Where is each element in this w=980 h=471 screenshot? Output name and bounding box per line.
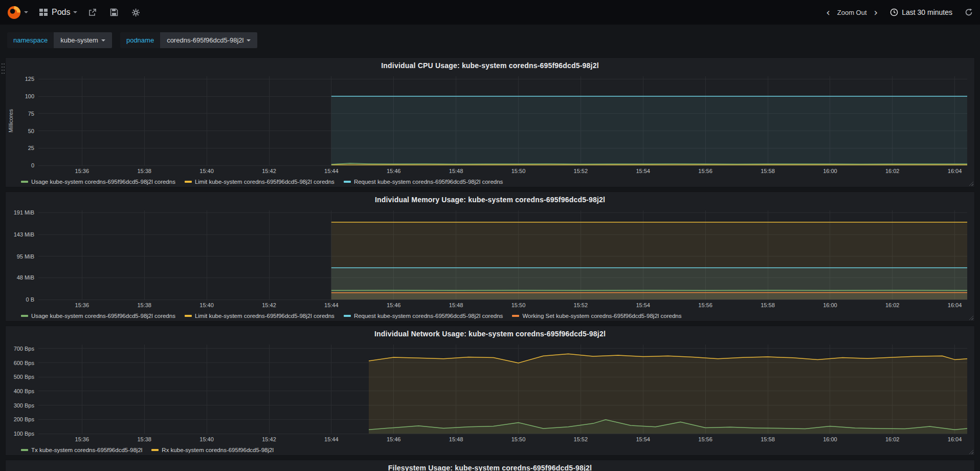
panel-memory-usage: Individual Memory Usage: kube-system cor…	[5, 191, 975, 322]
legend-item[interactable]: Request kube-system coredns-695f96dcd5-9…	[344, 179, 503, 185]
legend-item[interactable]: Rx kube-system coredns-695f96dcd5-98j2l	[151, 447, 274, 453]
panel-title[interactable]: Individual Memory Usage: kube-system cor…	[6, 192, 974, 206]
dashboard-body: Individual CPU Usage: kube-system coredn…	[0, 48, 980, 471]
row-drag-handle[interactable]	[1, 62, 5, 75]
legend-item[interactable]: Request kube-system coredns-695f96dcd5-9…	[344, 313, 503, 319]
x-tick-label: 15:40	[199, 168, 214, 174]
legend-item[interactable]: Limit kube-system coredns-695f96dcd5-98j…	[185, 179, 335, 185]
x-tick-label: 15:56	[698, 436, 712, 442]
x-tick-label: 15:54	[636, 436, 650, 442]
variable-value-text: kube-system	[60, 36, 98, 44]
share-icon	[88, 8, 97, 16]
legend-swatch	[344, 315, 351, 317]
x-tick-label: 15:38	[137, 302, 151, 308]
navbar: Pods	[0, 0, 980, 25]
dashboard-caret-icon	[73, 11, 77, 13]
x-tick-label: 15:38	[137, 436, 151, 442]
variable-value-text: coredns-695f96dcd5-98j2l	[167, 36, 243, 44]
x-tick-label: 16:00	[823, 302, 837, 308]
legend-label: Request kube-system coredns-695f96dcd5-9…	[354, 313, 503, 319]
legend-item[interactable]: Working Set kube-system coredns-695f96dc…	[512, 313, 681, 319]
grafana-logo-icon	[7, 6, 21, 19]
x-tick-label: 15:38	[137, 168, 151, 174]
save-icon	[110, 8, 118, 16]
y-tick-label: 95 MiB	[17, 253, 34, 260]
refresh-button[interactable]	[965, 8, 973, 16]
legend-item[interactable]: Tx kube-system coredns-695f96dcd5-98j2l	[21, 447, 142, 453]
panel-title[interactable]: Filesystem Usage: kube-system coredns-69…	[6, 460, 974, 471]
variable-value-namespace[interactable]: kube-system	[54, 32, 112, 48]
dashboard-picker[interactable]: Pods	[39, 8, 77, 17]
legend-label: Tx kube-system coredns-695f96dcd5-98j2l	[31, 447, 142, 453]
legend-label: Working Set kube-system coredns-695f96dc…	[522, 313, 681, 319]
legend-label: Usage kube-system coredns-695f96dcd5-98j…	[31, 179, 175, 185]
x-tick-label: 15:40	[199, 436, 214, 442]
legend-swatch	[21, 181, 28, 183]
y-tick-label: 300 Bps	[14, 402, 35, 409]
grafana-logo[interactable]	[7, 6, 28, 19]
cpu-usage-chart[interactable]: 025507510012515:3615:3815:4015:4215:4415…	[6, 72, 974, 176]
x-tick-label: 15:44	[324, 436, 339, 442]
gear-icon	[131, 8, 140, 17]
y-tick-label: 600 Bps	[14, 360, 35, 366]
y-tick-label: 100	[25, 93, 34, 99]
y-tick-label: 48 MiB	[17, 274, 34, 281]
panel-title[interactable]: Individual CPU Usage: kube-system coredn…	[6, 58, 974, 72]
time-range-picker[interactable]: Last 30 minutes	[890, 8, 952, 16]
x-tick-label: 15:44	[324, 168, 339, 174]
x-tick-label: 15:36	[75, 436, 90, 442]
time-shift-left-button[interactable]: ‹	[824, 7, 832, 18]
template-variable-row: namespace kube-system podname coredns-69…	[0, 25, 980, 48]
variable-value-podname[interactable]: coredns-695f96dcd5-98j2l	[160, 32, 257, 48]
x-tick-label: 15:36	[75, 168, 90, 174]
y-tick-label: 50	[28, 128, 34, 134]
x-tick-label: 15:50	[511, 302, 526, 308]
x-tick-label: 16:00	[823, 436, 837, 442]
legend-swatch	[344, 181, 351, 183]
x-tick-label: 15:46	[387, 436, 401, 442]
y-tick-label: 0	[31, 162, 34, 168]
panel-filesystem-usage: Filesystem Usage: kube-system coredns-69…	[5, 460, 975, 471]
zoom-out-button[interactable]: Zoom Out	[837, 9, 867, 16]
y-tick-label: 0 B	[26, 296, 34, 303]
legend-swatch	[151, 449, 159, 451]
network-usage-chart[interactable]: 100 Bps200 Bps300 Bps400 Bps500 Bps600 B…	[6, 340, 974, 444]
legend-item[interactable]: Usage kube-system coredns-695f96dcd5-98j…	[21, 313, 175, 319]
x-tick-label: 15:58	[761, 302, 775, 308]
save-button[interactable]	[108, 6, 120, 18]
settings-button[interactable]	[129, 6, 142, 19]
y-tick-label: 100 Bps	[14, 431, 35, 437]
x-tick-label: 16:00	[823, 168, 837, 174]
time-shift-right-button[interactable]: ›	[872, 7, 880, 18]
variable-namespace: namespace kube-system	[7, 32, 112, 48]
panel-title[interactable]: Individual Network Usage: kube-system co…	[6, 326, 974, 340]
x-tick-label: 15:48	[449, 436, 463, 442]
legend-label: Limit kube-system coredns-695f96dcd5-98j…	[195, 313, 335, 319]
memory-usage-chart[interactable]: 0 B48 MiB95 MiB143 MiB191 MiB15:3615:381…	[6, 206, 974, 310]
x-tick-label: 15:46	[387, 302, 401, 308]
y-tick-label: 200 Bps	[14, 416, 35, 422]
dashboard-title: Pods	[52, 8, 70, 17]
legend-swatch	[185, 315, 192, 317]
x-tick-label: 15:54	[636, 168, 650, 174]
legend-item[interactable]: Usage kube-system coredns-695f96dcd5-98j…	[21, 179, 175, 185]
y-tick-label: 75	[28, 111, 34, 117]
legend-label: Limit kube-system coredns-695f96dcd5-98j…	[195, 179, 335, 185]
legend-label: Rx kube-system coredns-695f96dcd5-98j2l	[162, 447, 274, 453]
dashboard-grid-icon	[39, 8, 48, 16]
memory-legend: Usage kube-system coredns-695f96dcd5-98j…	[6, 310, 974, 322]
y-tick-label: 125	[25, 76, 34, 82]
x-tick-label: 15:52	[574, 168, 588, 174]
x-tick-label: 15:48	[449, 168, 463, 174]
x-tick-label: 15:56	[698, 168, 712, 174]
x-tick-label: 15:50	[511, 436, 526, 442]
network-legend: Tx kube-system coredns-695f96dcd5-98j2lR…	[6, 444, 974, 456]
y-axis-title: Millicores	[8, 109, 14, 133]
variable-label-namespace: namespace	[7, 32, 54, 48]
x-tick-label: 15:54	[636, 302, 650, 308]
legend-item[interactable]: Limit kube-system coredns-695f96dcd5-98j…	[185, 313, 335, 319]
share-button[interactable]	[86, 6, 99, 18]
variable-podname: podname coredns-695f96dcd5-98j2l	[120, 32, 258, 48]
x-tick-label: 15:44	[324, 302, 339, 308]
variable-caret-icon	[247, 39, 251, 41]
